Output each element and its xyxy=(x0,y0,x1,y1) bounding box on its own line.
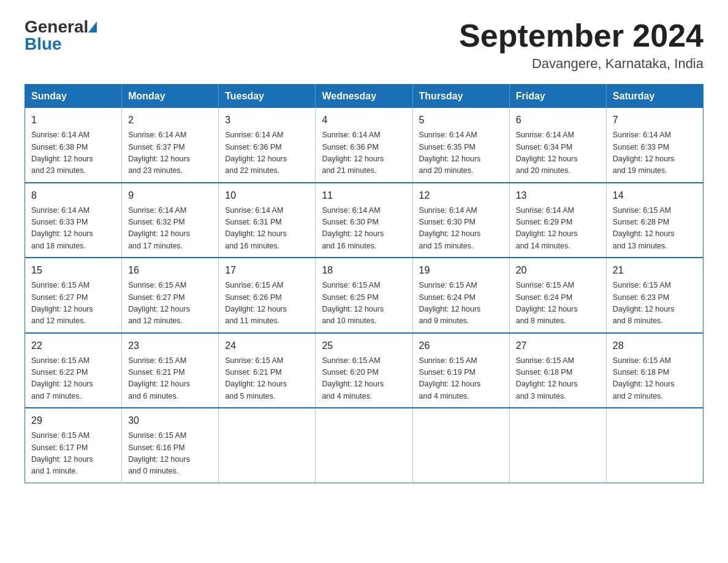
day-info: Sunrise: 6:15 AMSunset: 6:27 PMDaylight:… xyxy=(31,280,115,327)
logo-general-text: General xyxy=(25,18,97,36)
day-info: Sunrise: 6:14 AMSunset: 6:33 PMDaylight:… xyxy=(31,205,115,253)
day-number: 15 xyxy=(31,263,115,278)
calendar-day-header: Sunday xyxy=(25,85,122,109)
calendar-day-cell: 17Sunrise: 6:15 AMSunset: 6:26 PMDayligh… xyxy=(219,258,316,333)
title-block: September 2024 Davangere, Karnataka, Ind… xyxy=(459,18,703,72)
calendar-day-cell: 12Sunrise: 6:14 AMSunset: 6:30 PMDayligh… xyxy=(412,183,509,258)
calendar-day-cell: 23Sunrise: 6:15 AMSunset: 6:21 PMDayligh… xyxy=(122,333,219,408)
logo-triangle-icon xyxy=(88,21,97,33)
logo: General Blue xyxy=(25,18,97,53)
calendar-day-cell: 1Sunrise: 6:14 AMSunset: 6:38 PMDaylight… xyxy=(25,108,122,183)
day-info: Sunrise: 6:15 AMSunset: 6:21 PMDaylight:… xyxy=(225,355,309,403)
calendar-day-cell: 24Sunrise: 6:15 AMSunset: 6:21 PMDayligh… xyxy=(219,333,316,408)
day-info: Sunrise: 6:15 AMSunset: 6:23 PMDaylight:… xyxy=(613,280,697,327)
calendar-day-cell: 22Sunrise: 6:15 AMSunset: 6:22 PMDayligh… xyxy=(25,333,122,408)
calendar-week-row: 8Sunrise: 6:14 AMSunset: 6:33 PMDaylight… xyxy=(25,183,703,258)
calendar-day-cell: 28Sunrise: 6:15 AMSunset: 6:18 PMDayligh… xyxy=(606,333,703,408)
calendar-day-header: Wednesday xyxy=(316,85,412,109)
day-number: 11 xyxy=(322,188,406,203)
day-number: 20 xyxy=(516,263,600,278)
day-number: 14 xyxy=(613,188,697,203)
day-number: 30 xyxy=(128,413,212,428)
calendar-day-cell xyxy=(606,408,703,483)
day-info: Sunrise: 6:14 AMSunset: 6:36 PMDaylight:… xyxy=(225,129,309,177)
calendar-week-row: 29Sunrise: 6:15 AMSunset: 6:17 PMDayligh… xyxy=(25,408,703,483)
day-info: Sunrise: 6:14 AMSunset: 6:33 PMDaylight:… xyxy=(613,129,697,177)
calendar-week-row: 1Sunrise: 6:14 AMSunset: 6:38 PMDaylight… xyxy=(25,108,703,183)
day-number: 26 xyxy=(419,339,503,353)
page-header: General Blue September 2024 Davangere, K… xyxy=(25,18,703,72)
day-number: 22 xyxy=(31,339,115,353)
calendar-week-row: 15Sunrise: 6:15 AMSunset: 6:27 PMDayligh… xyxy=(25,258,703,333)
day-number: 28 xyxy=(613,339,697,353)
day-number: 12 xyxy=(419,188,503,203)
day-number: 9 xyxy=(128,188,212,203)
day-number: 6 xyxy=(516,113,600,128)
day-info: Sunrise: 6:15 AMSunset: 6:17 PMDaylight:… xyxy=(31,430,115,478)
day-info: Sunrise: 6:14 AMSunset: 6:37 PMDaylight:… xyxy=(128,129,212,177)
calendar-day-header: Tuesday xyxy=(219,85,316,109)
day-info: Sunrise: 6:14 AMSunset: 6:36 PMDaylight:… xyxy=(322,129,406,177)
day-number: 27 xyxy=(516,339,600,353)
day-number: 5 xyxy=(419,113,503,128)
calendar-week-row: 22Sunrise: 6:15 AMSunset: 6:22 PMDayligh… xyxy=(25,333,703,408)
day-number: 23 xyxy=(128,339,212,353)
day-info: Sunrise: 6:14 AMSunset: 6:34 PMDaylight:… xyxy=(516,129,600,177)
day-info: Sunrise: 6:15 AMSunset: 6:21 PMDaylight:… xyxy=(128,355,212,403)
calendar-day-cell: 26Sunrise: 6:15 AMSunset: 6:19 PMDayligh… xyxy=(412,333,509,408)
calendar-day-cell xyxy=(412,408,509,483)
calendar-day-cell: 16Sunrise: 6:15 AMSunset: 6:27 PMDayligh… xyxy=(122,258,219,333)
calendar-day-cell: 13Sunrise: 6:14 AMSunset: 6:29 PMDayligh… xyxy=(509,183,606,258)
location-text: Davangere, Karnataka, India xyxy=(459,56,703,72)
calendar-day-cell: 9Sunrise: 6:14 AMSunset: 6:32 PMDaylight… xyxy=(122,183,219,258)
calendar-table: SundayMondayTuesdayWednesdayThursdayFrid… xyxy=(25,84,703,483)
day-number: 2 xyxy=(128,113,212,128)
calendar-day-cell: 8Sunrise: 6:14 AMSunset: 6:33 PMDaylight… xyxy=(25,183,122,258)
day-number: 19 xyxy=(419,263,503,278)
day-number: 10 xyxy=(225,188,309,203)
day-info: Sunrise: 6:15 AMSunset: 6:25 PMDaylight:… xyxy=(322,280,406,327)
day-info: Sunrise: 6:14 AMSunset: 6:31 PMDaylight:… xyxy=(225,205,309,253)
calendar-day-cell: 3Sunrise: 6:14 AMSunset: 6:36 PMDaylight… xyxy=(219,108,316,183)
day-number: 7 xyxy=(613,113,697,128)
day-info: Sunrise: 6:15 AMSunset: 6:20 PMDaylight:… xyxy=(322,355,406,403)
day-info: Sunrise: 6:14 AMSunset: 6:30 PMDaylight:… xyxy=(419,205,503,253)
logo-blue-text: Blue xyxy=(25,36,62,53)
calendar-day-cell: 14Sunrise: 6:15 AMSunset: 6:28 PMDayligh… xyxy=(606,183,703,258)
day-info: Sunrise: 6:15 AMSunset: 6:16 PMDaylight:… xyxy=(128,430,212,478)
calendar-day-cell: 25Sunrise: 6:15 AMSunset: 6:20 PMDayligh… xyxy=(316,333,412,408)
calendar-day-cell: 20Sunrise: 6:15 AMSunset: 6:24 PMDayligh… xyxy=(509,258,606,333)
calendar-day-header: Monday xyxy=(122,85,219,109)
calendar-day-cell: 5Sunrise: 6:14 AMSunset: 6:35 PMDaylight… xyxy=(412,108,509,183)
day-info: Sunrise: 6:15 AMSunset: 6:27 PMDaylight:… xyxy=(128,280,212,327)
calendar-day-cell: 21Sunrise: 6:15 AMSunset: 6:23 PMDayligh… xyxy=(606,258,703,333)
day-number: 24 xyxy=(225,339,309,353)
calendar-header-row: SundayMondayTuesdayWednesdayThursdayFrid… xyxy=(25,85,703,109)
calendar-day-cell xyxy=(219,408,316,483)
calendar-day-cell: 30Sunrise: 6:15 AMSunset: 6:16 PMDayligh… xyxy=(122,408,219,483)
day-number: 25 xyxy=(322,339,406,353)
calendar-day-cell: 10Sunrise: 6:14 AMSunset: 6:31 PMDayligh… xyxy=(219,183,316,258)
calendar-day-cell: 18Sunrise: 6:15 AMSunset: 6:25 PMDayligh… xyxy=(316,258,412,333)
day-info: Sunrise: 6:15 AMSunset: 6:22 PMDaylight:… xyxy=(31,355,115,403)
calendar-day-cell: 7Sunrise: 6:14 AMSunset: 6:33 PMDaylight… xyxy=(606,108,703,183)
day-info: Sunrise: 6:14 AMSunset: 6:38 PMDaylight:… xyxy=(31,129,115,177)
day-info: Sunrise: 6:15 AMSunset: 6:26 PMDaylight:… xyxy=(225,280,309,327)
day-info: Sunrise: 6:15 AMSunset: 6:24 PMDaylight:… xyxy=(516,280,600,327)
calendar-day-cell: 6Sunrise: 6:14 AMSunset: 6:34 PMDaylight… xyxy=(509,108,606,183)
calendar-day-header: Friday xyxy=(509,85,606,109)
day-number: 1 xyxy=(31,113,115,128)
day-info: Sunrise: 6:15 AMSunset: 6:24 PMDaylight:… xyxy=(419,280,503,327)
calendar-day-cell: 15Sunrise: 6:15 AMSunset: 6:27 PMDayligh… xyxy=(25,258,122,333)
day-number: 18 xyxy=(322,263,406,278)
calendar-day-cell: 4Sunrise: 6:14 AMSunset: 6:36 PMDaylight… xyxy=(316,108,412,183)
day-info: Sunrise: 6:14 AMSunset: 6:30 PMDaylight:… xyxy=(322,205,406,253)
calendar-day-cell: 11Sunrise: 6:14 AMSunset: 6:30 PMDayligh… xyxy=(316,183,412,258)
calendar-day-cell: 27Sunrise: 6:15 AMSunset: 6:18 PMDayligh… xyxy=(509,333,606,408)
day-info: Sunrise: 6:15 AMSunset: 6:18 PMDaylight:… xyxy=(613,355,697,403)
day-number: 8 xyxy=(31,188,115,203)
day-info: Sunrise: 6:14 AMSunset: 6:35 PMDaylight:… xyxy=(419,129,503,177)
day-number: 21 xyxy=(613,263,697,278)
day-info: Sunrise: 6:14 AMSunset: 6:32 PMDaylight:… xyxy=(128,205,212,253)
day-info: Sunrise: 6:15 AMSunset: 6:28 PMDaylight:… xyxy=(613,205,697,253)
